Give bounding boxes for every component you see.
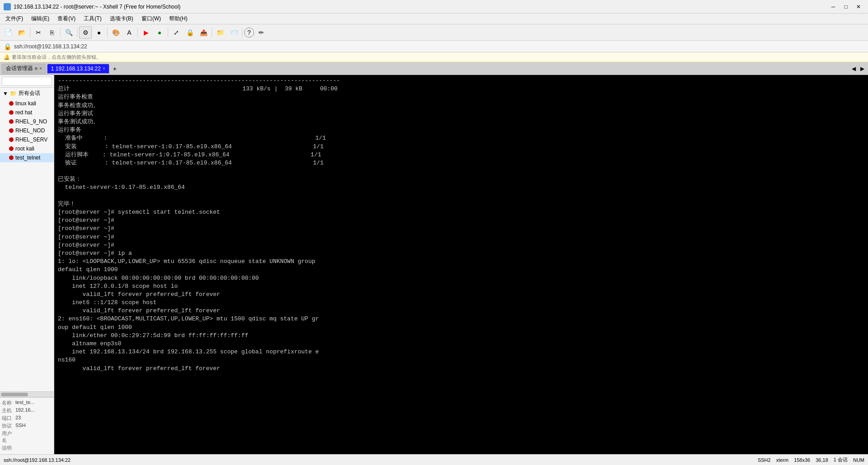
- menu-help[interactable]: 帮助(H): [165, 14, 191, 24]
- prop-port-value: 23: [15, 415, 21, 422]
- main-layout: ▼ 📁 所有会话 linux kali red hat RHEL_9_NO: [0, 75, 868, 454]
- terminal[interactable]: ----------------------------------------…: [54, 75, 868, 454]
- prop-desc-label: 说明: [2, 445, 15, 451]
- session-status-dot: [9, 146, 14, 151]
- menu-file[interactable]: 文件(F): [2, 14, 27, 24]
- address-text: ssh://root@192.168.13.134:22: [14, 43, 87, 50]
- sidebar-tree: ▼ 📁 所有会话 linux kali red hat RHEL_9_NO: [0, 88, 54, 391]
- toolbar-transfer[interactable]: 📤: [197, 26, 210, 39]
- sidebar-search-input[interactable]: [2, 77, 52, 86]
- notif-icon: 🔔: [4, 54, 10, 60]
- toolbar-compose[interactable]: ✏: [255, 26, 268, 39]
- status-right: SSH2 xterm 158x36 36,18 1 会话 NUM: [758, 456, 864, 463]
- prop-port: 端口 23: [2, 415, 52, 422]
- session-label: RHEL_SERV: [15, 136, 47, 143]
- toolbar-disconnect[interactable]: ●: [93, 26, 105, 39]
- session-mgr-close[interactable]: ×: [39, 66, 42, 71]
- tree-root-all-sessions[interactable]: ▼ 📁 所有会话: [0, 88, 54, 99]
- prop-desc: 说明: [2, 445, 52, 451]
- sidebar-item-rhelnod[interactable]: RHEL_NOD: [0, 126, 54, 135]
- sidebar-item-test-telnet[interactable]: test_telnet: [0, 153, 54, 162]
- sidebar-item-rhel9[interactable]: RHEL_9_NO: [0, 117, 54, 126]
- toolbar-sep4: [107, 28, 108, 37]
- sidebar-item-linux-kali[interactable]: linux kali: [0, 99, 54, 108]
- status-sessions: 1 会话: [834, 456, 848, 463]
- session-status-dot: [9, 137, 14, 142]
- session-label: linux kali: [15, 100, 36, 107]
- properties-panel: 名称 test_te... 主机 192.16... 端口 23 协议 SSH …: [0, 397, 54, 454]
- tab-prev[interactable]: ◀: [850, 65, 858, 73]
- menu-view[interactable]: 查看(V): [54, 14, 79, 24]
- session-status-dot: [9, 155, 14, 160]
- prop-protocol: 协议 SSH: [2, 423, 52, 429]
- minimize-button[interactable]: ─: [827, 2, 839, 11]
- address-bar: 🔒 ssh://root@192.168.13.134:22: [0, 41, 868, 52]
- session-label: RHEL_9_NO: [15, 118, 47, 125]
- toolbar-send[interactable]: 📨: [227, 26, 240, 39]
- session-mgr-label: 会话管理器: [6, 65, 33, 72]
- prop-name-value: test_te...: [15, 399, 34, 406]
- toolbar-new[interactable]: 📄: [2, 26, 14, 39]
- toolbar-find[interactable]: 🔍: [62, 26, 75, 39]
- session-label: red hat: [15, 109, 32, 116]
- status-position: 36,18: [816, 457, 828, 463]
- toolbar-help[interactable]: ?: [244, 28, 254, 38]
- tab-close-btn[interactable]: ×: [103, 66, 105, 71]
- app-icon: [4, 3, 11, 10]
- session-status-dot: [9, 128, 14, 133]
- toolbar-script[interactable]: ▶: [140, 26, 152, 39]
- sidebar-item-red-hat[interactable]: red hat: [0, 108, 54, 117]
- sidebar: ▼ 📁 所有会话 linux kali red hat RHEL_9_NO: [0, 75, 54, 454]
- maximize-button[interactable]: □: [840, 2, 852, 11]
- tab-bar: 会话管理器 ᴨ × 1 192.168.13.134:22 × + ◀ ▶: [0, 62, 868, 75]
- notification-bar: 🔔 要添加当前会话，点击左侧的箭头按钮。: [0, 52, 868, 62]
- scrollbar-thumb: [1, 393, 28, 396]
- prop-protocol-label: 协议: [2, 423, 15, 429]
- toolbar-font[interactable]: A: [123, 26, 136, 39]
- prop-port-label: 端口: [2, 415, 15, 422]
- close-button[interactable]: ✕: [853, 2, 864, 11]
- toolbar-record[interactable]: ●: [153, 26, 166, 39]
- tab-next[interactable]: ▶: [859, 65, 866, 73]
- prop-host-value: 192.16...: [15, 407, 35, 414]
- menu-edit[interactable]: 编辑(E): [28, 14, 53, 24]
- toolbar-open[interactable]: 📂: [15, 26, 28, 39]
- toolbar-cut[interactable]: ✂: [32, 26, 45, 39]
- status-dimensions: 158x36: [794, 457, 810, 463]
- toolbar-folder[interactable]: 📁: [214, 26, 226, 39]
- toolbar-expand[interactable]: ⤢: [170, 26, 183, 39]
- prop-username-label: 用户名: [2, 430, 15, 444]
- add-tab-btn[interactable]: +: [110, 64, 119, 73]
- toolbar-color[interactable]: 🎨: [109, 26, 122, 39]
- sidebar-item-root-kali[interactable]: root kali: [0, 144, 54, 153]
- lock-icon: 🔒: [4, 43, 11, 50]
- window-title: 192.168.13.134:22 - root@server:~ - Xshe…: [14, 4, 180, 10]
- folder-icon: 📁: [10, 90, 17, 97]
- pin-icon: ᴨ: [35, 66, 38, 71]
- toolbar: 📄 📂 ✂ ⎘ 🔍 ⚙ ● 🎨 A ▶ ● ⤢ 🔒 📤 📁 📨 ? ✏: [0, 24, 868, 41]
- prop-protocol-value: SSH: [15, 423, 26, 429]
- title-bar: 192.168.13.134:22 - root@server:~ - Xshe…: [0, 0, 868, 14]
- sidebar-scrollbar-h[interactable]: [0, 391, 54, 397]
- status-left: ssh://root@192.168.13.134:22: [4, 457, 71, 463]
- toolbar-connect[interactable]: ⚙: [79, 26, 92, 39]
- sidebar-item-rhelserv[interactable]: RHEL_SERV: [0, 135, 54, 144]
- session-manager-tab[interactable]: 会话管理器 ᴨ ×: [2, 64, 46, 74]
- toolbar-copy[interactable]: ⎘: [46, 26, 58, 39]
- prop-host-label: 主机: [2, 407, 15, 414]
- menu-tools[interactable]: 工具(T): [80, 14, 105, 24]
- toolbar-sep5: [137, 28, 138, 37]
- active-session-tab[interactable]: 1 192.168.13.134:22 ×: [47, 64, 109, 74]
- status-num: NUM: [853, 457, 864, 463]
- menu-tabs[interactable]: 选项卡(B): [106, 14, 137, 24]
- toolbar-sep7: [212, 28, 212, 37]
- menu-window[interactable]: 窗口(W): [138, 14, 165, 24]
- toolbar-sep8: [242, 28, 242, 37]
- toolbar-sep2: [60, 28, 61, 37]
- title-bar-controls: ─ □ ✕: [827, 2, 864, 11]
- title-bar-left: 192.168.13.134:22 - root@server:~ - Xshe…: [4, 3, 180, 10]
- prop-name-label: 名称: [2, 399, 15, 406]
- toolbar-lock[interactable]: 🔒: [184, 26, 196, 39]
- session-status-dot: [9, 110, 14, 115]
- prop-name: 名称 test_te...: [2, 399, 52, 406]
